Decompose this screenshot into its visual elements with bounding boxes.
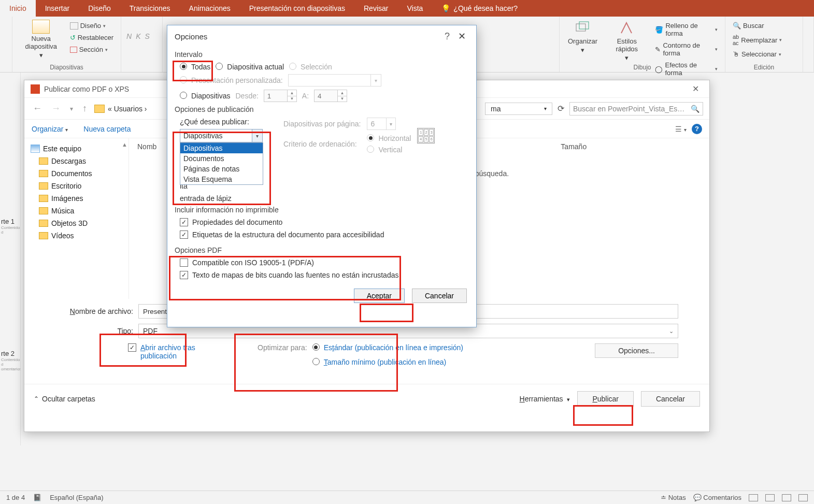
order-label: Criterio de ordenación: <box>283 140 361 148</box>
tab-revisar[interactable]: Revisar <box>354 0 397 17</box>
format-dropdown[interactable]: ma▾ <box>485 103 552 115</box>
status-bar: 1 de 4 📓 Español (España) ≐ Notas 💬 Come… <box>0 491 814 504</box>
new-slide-button[interactable]: Nueva diapositiva ▾ <box>18 19 65 60</box>
tools-dropdown[interactable]: Herramientas ▾ <box>520 395 570 403</box>
slide-thumbnails-panel: rte 1 Contenido d rte 2 Contenido d omen… <box>0 73 21 445</box>
view-normal-icon[interactable] <box>749 494 758 501</box>
tellme[interactable]: 💡 ¿Qué desea hacer? <box>432 0 527 17</box>
publish-title-text: Publicar como PDF o XPS <box>44 85 129 93</box>
tab-inicio[interactable]: Inicio <box>0 0 36 17</box>
organize-label: Organizar <box>568 37 597 45</box>
tab-insertar[interactable]: Insertar <box>36 0 79 17</box>
col-size[interactable]: Tamaño <box>561 142 587 151</box>
tab-diseno[interactable]: Diseño <box>79 0 120 17</box>
close-icon[interactable]: ✕ <box>688 84 703 94</box>
ink-label-tail: entrada de lápiz <box>180 194 263 203</box>
language-status[interactable]: Español (España) <box>50 494 103 501</box>
pc-icon <box>31 145 40 153</box>
tree-pc[interactable]: Este equipo <box>27 142 125 155</box>
struct-tags-checkbox[interactable]: ✓Etiquetas de la estructura del document… <box>180 231 469 239</box>
dd-documentos[interactable]: Documentos <box>180 153 263 164</box>
new-slide-icon <box>32 20 50 34</box>
find-button[interactable]: 🔍Buscar <box>731 21 797 31</box>
cancel-button[interactable]: Cancelar <box>641 391 700 407</box>
tree-videos[interactable]: Vídeos <box>27 229 125 242</box>
view-slideshow-icon[interactable] <box>798 494 808 501</box>
underline-icon[interactable]: S <box>145 32 149 40</box>
open-after-checkbox[interactable]: ✓ Abrir archivo tras publicación <box>128 343 216 366</box>
replace-button[interactable]: abacReemplazar▾ <box>731 33 797 47</box>
dd-diapositivas[interactable]: Diapositivas <box>180 143 263 153</box>
view-reading-icon[interactable] <box>782 494 791 501</box>
quick-styles-icon <box>619 20 635 36</box>
pdf-opts-title: Opciones PDF <box>175 246 469 254</box>
shape-outline-button[interactable]: ✎Contorno de forma▾ <box>653 40 720 58</box>
dd-paginas-notas[interactable]: Páginas de notas <box>180 164 263 174</box>
shape-fill-label: Relleno de forma <box>665 22 713 37</box>
view-sorter-icon[interactable] <box>765 494 775 501</box>
quick-styles-button[interactable]: Estilos rápidos▾ <box>604 19 650 63</box>
tab-vista[interactable]: Vista <box>397 0 432 17</box>
doc-props-checkbox[interactable]: ✓Propiedades del documento <box>180 218 469 226</box>
optimize-standard-radio[interactable]: Estándar (publicación en línea e impresi… <box>312 343 463 352</box>
thumb-2[interactable]: rte 2 Contenido d omentarios <box>0 329 20 372</box>
tree-downloads[interactable]: Descargas <box>27 155 125 167</box>
col-name[interactable]: Nomb <box>137 142 156 151</box>
bitmap-checkbox[interactable]: ✓Texto de mapas de bits cuando las fuent… <box>180 271 469 279</box>
hide-folders-button[interactable]: ⌃ Ocultar carpetas <box>34 395 95 403</box>
iso-checkbox[interactable]: Compatible con ISO 19005-1 (PDF/A) <box>180 258 469 267</box>
tab-animaciones[interactable]: Animaciones <box>180 0 240 17</box>
range-slides-radio[interactable]: Diapositivas <box>180 92 230 100</box>
cancel-button[interactable]: Cancelar <box>412 289 467 303</box>
shape-outline-label: Contorno de forma <box>663 41 713 57</box>
tree-3d[interactable]: Objetos 3D <box>27 217 125 229</box>
new-folder-button[interactable]: Nueva carpeta <box>83 125 131 133</box>
publish-button[interactable]: Publicar <box>577 391 634 407</box>
nav-fwd-icon[interactable]: → <box>49 103 63 114</box>
tree-music[interactable]: Música <box>27 205 125 217</box>
chevron-down-icon[interactable]: ▾ <box>68 105 75 112</box>
scroll-up-icon[interactable]: ▲ <box>122 141 127 148</box>
nav-up-icon[interactable]: ↑ <box>80 103 89 114</box>
tree-pictures[interactable]: Imágenes <box>27 192 125 205</box>
close-icon[interactable]: ✕ <box>455 31 469 42</box>
dd-vista-esquema[interactable]: Vista Esquema <box>180 174 263 184</box>
tree-documents[interactable]: Documentos <box>27 167 125 180</box>
thumb-1[interactable]: rte 1 Contenido d <box>0 197 20 236</box>
order-vertical-radio: Vertical <box>367 146 411 154</box>
breadcrumb[interactable]: « Usuarios › <box>94 105 147 113</box>
optimize-minimum-radio[interactable]: Tamaño mínimo (publicación en línea) <box>312 358 463 366</box>
notes-button[interactable]: ≐ Notas <box>661 494 686 501</box>
bold-icon[interactable]: N <box>126 32 132 40</box>
range-all-radio[interactable]: Todas <box>180 63 210 71</box>
italic-icon[interactable]: K <box>136 32 140 40</box>
options-button[interactable]: Opciones... <box>595 343 678 358</box>
combo-value: Diapositivas <box>183 132 222 140</box>
nav-back-icon[interactable]: ← <box>31 103 44 114</box>
reset-button[interactable]: ↺Restablecer <box>68 33 116 42</box>
refresh-icon[interactable]: ⟳ <box>558 104 564 113</box>
accept-button[interactable]: Aceptar <box>354 289 405 303</box>
comments-button[interactable]: 💬 Comentarios <box>693 494 741 501</box>
shape-fill-button[interactable]: 🪣Relleno de forma▾ <box>653 21 720 38</box>
spellcheck-icon[interactable]: 📓 <box>33 494 41 501</box>
tab-presentacion[interactable]: Presentación con diapositivas <box>240 0 354 17</box>
radio-icon <box>180 76 187 83</box>
layout-button[interactable]: Diseño▾ <box>68 21 116 31</box>
type-label: Tipo: <box>55 327 133 335</box>
from-spinner: ▲▼ <box>264 90 297 102</box>
section-button[interactable]: Sección▾ <box>68 45 116 54</box>
search-input[interactable]: Buscar en PowerPoint_Vista_Es… 🔍 <box>569 102 703 116</box>
view-list-icon[interactable]: ☰ ▾ <box>675 125 687 133</box>
optimize-standard-label: Estándar (publicación en línea e impresi… <box>324 343 463 352</box>
section-label: Sección <box>79 46 103 53</box>
organize-button[interactable]: Organizar▾ <box>565 19 601 55</box>
help-icon[interactable]: ? <box>439 31 455 42</box>
tab-transiciones[interactable]: Transiciones <box>120 0 180 17</box>
help-icon[interactable]: ? <box>692 124 702 134</box>
range-current-radio[interactable]: Diapositiva actual <box>216 63 284 71</box>
what-publish-dropdown[interactable]: Diapositivas ▾ Diapositivas Documentos P… <box>180 129 263 142</box>
select-button[interactable]: 🖱Seleccionar▾ <box>731 49 797 59</box>
tree-desktop[interactable]: Escritorio <box>27 180 125 192</box>
organize-button[interactable]: Organizar ▾ <box>32 125 68 133</box>
